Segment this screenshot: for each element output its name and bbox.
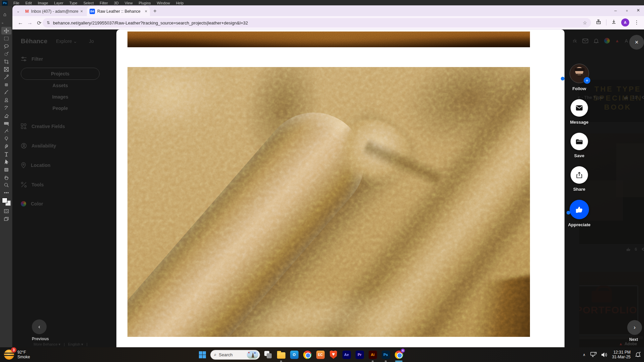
tab-people[interactable]: People: [21, 103, 100, 114]
dodge-tool-icon[interactable]: [1, 135, 11, 142]
save-button[interactable]: [571, 133, 588, 150]
footer-language[interactable]: English ▾: [68, 342, 83, 347]
brave-button[interactable]: [328, 350, 338, 360]
eyedropper-tool-icon[interactable]: [1, 73, 11, 81]
filter-location[interactable]: Location: [21, 162, 115, 168]
quick-select-tool-icon[interactable]: [1, 50, 11, 58]
nav-jobs-truncated[interactable]: Jo: [89, 39, 94, 44]
after-effects-button[interactable]: Ae: [341, 350, 352, 360]
clone-stamp-tool-icon[interactable]: [1, 96, 11, 104]
taskbar-search[interactable]: ⌕ Search: [210, 350, 260, 360]
behance-logo[interactable]: Bēhance: [21, 38, 47, 45]
start-button[interactable]: [197, 350, 207, 360]
foreground-color-swatch[interactable]: [2, 198, 7, 203]
three-dot-menu-icon[interactable]: ⋮: [634, 19, 639, 25]
photoshop-toolbar: ⌂ »: [0, 6, 12, 347]
search-placeholder: Search: [219, 352, 245, 357]
marquee-tool-icon[interactable]: [1, 35, 11, 42]
filter-creative-fields[interactable]: Creative Fields: [21, 123, 115, 129]
message-button[interactable]: [571, 99, 588, 117]
browser-profile-avatar[interactable]: A: [621, 18, 629, 26]
ec-app-button[interactable]: EC: [315, 350, 325, 360]
brush-tool-icon[interactable]: [1, 88, 11, 96]
appreciate-button[interactable]: [570, 200, 589, 219]
tab-projects[interactable]: Projects: [21, 68, 100, 80]
footer-more-behance[interactable]: More Behance ▾: [34, 342, 60, 347]
tab-close-icon[interactable]: ×: [145, 9, 147, 14]
behance-profile-avatar[interactable]: [604, 38, 610, 44]
share-button[interactable]: [571, 166, 588, 184]
rectangle-tool-icon[interactable]: [1, 166, 11, 173]
tray-chevron-icon[interactable]: ∧: [583, 353, 586, 357]
messages-icon[interactable]: [582, 39, 588, 43]
photoshop-button[interactable]: Ps: [381, 350, 391, 360]
gradient-tool-icon[interactable]: [1, 119, 11, 127]
illustrator-button[interactable]: Ai: [368, 350, 378, 360]
crop-tool-icon[interactable]: [1, 58, 11, 65]
screen-mode-icon[interactable]: [1, 215, 11, 223]
puzzle-icon[interactable]: [596, 19, 601, 25]
lasso-tool-icon[interactable]: [1, 42, 11, 50]
follow-label[interactable]: Follow: [572, 86, 586, 91]
task-view-button[interactable]: [263, 350, 273, 360]
envelope-icon: [576, 105, 583, 111]
tab-gmail[interactable]: M Inbox (407) - adam@moreidea... ×: [22, 6, 86, 16]
ps-collapse-icon[interactable]: »: [2, 21, 4, 25]
eraser-tool-icon[interactable]: [1, 112, 11, 119]
back-icon[interactable]: ←: [16, 19, 24, 27]
quick-mask-icon[interactable]: [1, 207, 11, 215]
tab-search-chevron-icon[interactable]: ⌄: [14, 8, 22, 14]
modal-close-button[interactable]: ×: [629, 35, 644, 50]
card-likes: 6: [635, 247, 637, 252]
healing-brush-tool-icon[interactable]: [1, 81, 11, 88]
move-tool-icon[interactable]: [1, 27, 11, 35]
photoshop-app-icon[interactable]: Ps: [2, 1, 8, 6]
more-tools-icon[interactable]: [1, 189, 11, 196]
window-close-button[interactable]: ×: [633, 5, 644, 15]
site-settings-icon[interactable]: ⇅: [47, 20, 50, 25]
new-tab-button[interactable]: +: [153, 8, 157, 14]
nav-explore[interactable]: Explore ⌄: [56, 39, 77, 44]
tab-assets[interactable]: Assets: [21, 80, 100, 91]
window-minimize-button[interactable]: –: [610, 5, 621, 15]
filter-header[interactable]: Filter: [21, 56, 115, 62]
ps-home-icon[interactable]: ⌂: [3, 11, 6, 17]
window-maximize-button[interactable]: ▫: [621, 5, 633, 15]
tab-images[interactable]: Images: [21, 91, 100, 103]
tab-behance-active[interactable]: Bē Raw Leather :: Behance ×: [87, 6, 150, 16]
weather-widget[interactable]: 3 92°F Smoke: [4, 350, 30, 360]
url-text[interactable]: behance.net/gallery/219955037/Raw-Leathe…: [53, 20, 248, 25]
frame-tool-icon[interactable]: [1, 65, 11, 73]
address-bar[interactable]: ⇅ behance.net/gallery/219955037/Raw-Leat…: [43, 18, 591, 27]
next-project-button[interactable]: ›: [627, 320, 642, 335]
file-explorer-button[interactable]: [276, 350, 286, 360]
zoom-tool-icon[interactable]: [1, 181, 11, 189]
tab-close-icon[interactable]: ×: [80, 9, 83, 14]
path-select-tool-icon[interactable]: [1, 158, 11, 166]
chrome-button[interactable]: [302, 350, 312, 360]
filter-color[interactable]: Color: [21, 201, 115, 206]
volume-icon[interactable]: [601, 352, 607, 357]
premiere-button[interactable]: Pr: [355, 350, 365, 360]
chrome-profile-button[interactable]: A: [394, 350, 404, 360]
hand-tool-icon[interactable]: [1, 173, 11, 181]
smudge-tool-icon[interactable]: [1, 127, 11, 135]
foreground-background-colors[interactable]: [2, 198, 11, 206]
filter-availability[interactable]: Availability: [21, 143, 115, 149]
type-tool-icon[interactable]: [1, 150, 11, 158]
download-icon[interactable]: [611, 19, 616, 25]
tray-clock[interactable]: 12:31 PM 31-Mar-25: [612, 350, 631, 359]
star-icon[interactable]: ☆: [583, 20, 587, 25]
filter-tools[interactable]: Tools: [21, 182, 115, 188]
previous-project-button[interactable]: ‹: [32, 319, 47, 334]
notification-bell-icon[interactable]: [635, 352, 641, 358]
follow-plus-icon[interactable]: +: [584, 77, 590, 84]
reload-icon[interactable]: ⟳: [35, 19, 43, 27]
pen-tool-icon[interactable]: [1, 142, 11, 150]
network-icon[interactable]: [590, 352, 597, 357]
outlook-button[interactable]: O: [289, 350, 299, 360]
forward-icon[interactable]: →: [26, 19, 34, 27]
notifications-bell-icon[interactable]: [594, 38, 599, 44]
background-project-card[interactable]: PORTFOLIO: [579, 272, 644, 347]
history-brush-tool-icon[interactable]: [1, 104, 11, 112]
